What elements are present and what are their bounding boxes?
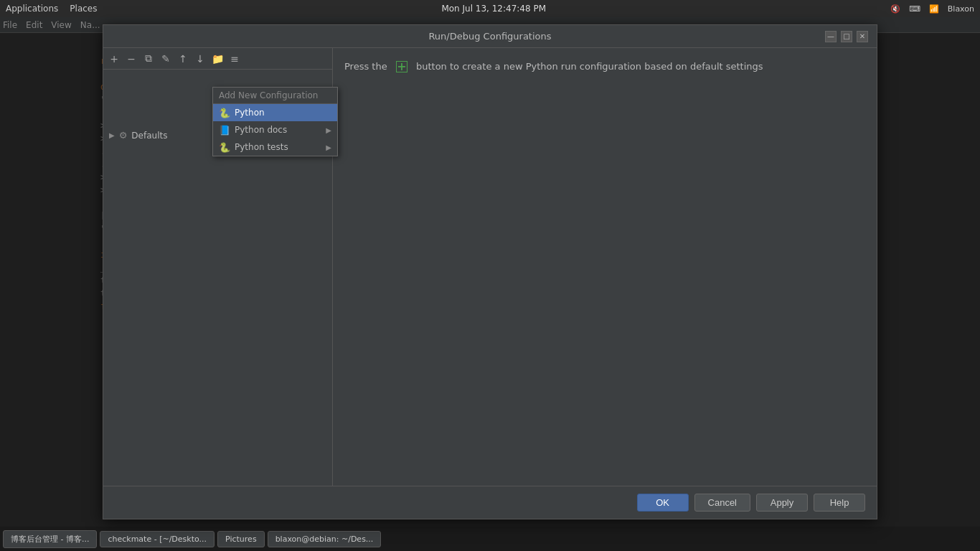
info-text-before: Press the [344,60,387,74]
info-text-after: button to create a new Python run config… [416,60,763,74]
places-menu[interactable]: Places [70,4,97,14]
defaults-label: Defaults [131,131,167,141]
panel-toolbar: + − ⧉ ✎ ↑ ↓ 📁 ≡ [103,48,332,70]
python-docs-config-label: Python docs [235,125,287,135]
dialog-footer: OK Cancel Apply Help [103,486,877,519]
python-tests-config-label: Python tests [235,142,288,152]
remove-config-button[interactable]: − [123,51,139,67]
python-tests-config-item[interactable]: 🐍 Python tests ▶ [213,138,337,156]
taskbar-item-blog[interactable]: 博客后台管理 - 博客... [3,530,97,548]
clock: Mon Jul 13, 12:47:48 PM [97,4,890,14]
dialog-titlebar: Run/Debug Configurations — □ ✕ [103,25,877,48]
taskbar-item-checkmate[interactable]: checkmate - [~/Deskto... [100,531,215,547]
speaker-icon: 🔇 [890,4,900,14]
add-config-button[interactable]: + [106,51,122,67]
move-down-button[interactable]: ↓ [192,51,208,67]
dialog-overlay: Run/Debug Configurations — □ ✕ + − ⧉ ✎ ↑… [0,17,980,527]
applications-menu[interactable]: Applications [6,4,58,14]
python-docs-arrow-icon: ▶ [326,126,331,134]
right-panel: Press the + button to create a new Pytho… [333,48,877,486]
copy-config-button[interactable]: ⧉ [141,51,156,67]
top-system-bar: Applications Places Mon Jul 13, 12:47:48… [0,0,980,17]
plus-icon: + [396,61,407,72]
taskbar-item-pictures[interactable]: Pictures [217,531,265,547]
dialog-body: + − ⧉ ✎ ↑ ↓ 📁 ≡ Add New Configuration 🐍 … [103,48,877,486]
add-config-dropdown: Add New Configuration 🐍 Python 📘 Python … [212,87,338,156]
move-up-button[interactable]: ↑ [175,51,191,67]
defaults-arrow-icon: ▶ [109,131,115,139]
blaxon-label: Blaxon [948,4,974,14]
python-tests-arrow-icon: ▶ [326,143,331,151]
ok-button[interactable]: OK [637,494,689,512]
python-tests-icon: 🐍 [219,141,230,153]
defaults-gear-icon: ⚙ [119,130,128,141]
left-panel: + − ⧉ ✎ ↑ ↓ 📁 ≡ Add New Configuration 🐍 … [103,48,333,486]
dropdown-header: Add New Configuration [213,88,337,104]
dialog-title: Run/Debug Configurations [155,31,825,42]
edit-config-button[interactable]: ✎ [158,51,174,67]
keyboard-icon: ⌨ [909,4,920,14]
dialog-maximize-button[interactable]: □ [841,31,852,42]
dialog-close-button[interactable]: ✕ [857,31,868,42]
python-config-item[interactable]: 🐍 Python [213,104,337,121]
python-docs-config-item[interactable]: 📘 Python docs ▶ [213,121,337,138]
python-config-label: Python [235,108,265,118]
top-bar-left: Applications Places [6,4,97,14]
dialog-controls: — □ ✕ [825,31,868,42]
python-icon: 🐍 [219,107,230,118]
cancel-button[interactable]: Cancel [694,494,750,512]
apply-button[interactable]: Apply [756,494,808,512]
help-button[interactable]: Help [814,494,865,512]
top-bar-right: 🔇 ⌨ 📶 Blaxon [890,4,974,14]
bottom-taskbar: 博客后台管理 - 博客... checkmate - [~/Deskto... … [0,527,980,551]
taskbar-item-terminal[interactable]: blaxon@debian: ~/Des... [268,531,382,547]
info-message: Press the + button to create a new Pytho… [344,60,763,74]
python-docs-icon: 📘 [219,124,230,136]
run-debug-dialog: Run/Debug Configurations — □ ✕ + − ⧉ ✎ ↑… [103,24,877,519]
network-icon: 📶 [929,4,939,14]
folder-button[interactable]: 📁 [209,51,225,67]
sort-button[interactable]: ≡ [227,51,242,67]
dialog-minimize-button[interactable]: — [825,31,837,42]
